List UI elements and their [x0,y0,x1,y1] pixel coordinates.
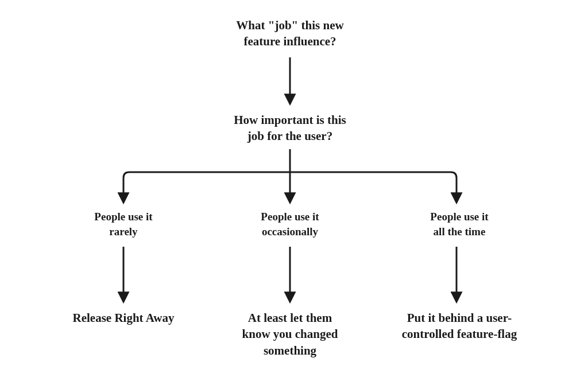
branch-occasionally-outcome: At least let them know you changed somet… [242,310,338,359]
question-1: What "job" this new feature influence? [236,17,343,50]
branch-all-the-time-label: People use it all the time [430,209,488,239]
question-2: How important is this job for the user? [234,112,346,145]
branch-occasionally-label: People use it occasionally [261,209,319,239]
branch-all-the-time-outcome: Put it behind a user- controlled feature… [402,310,517,343]
branch-rarely-label: People use it rarely [94,209,152,239]
split-bar [123,172,457,201]
branch-rarely-outcome: Release Right Away [73,310,175,326]
